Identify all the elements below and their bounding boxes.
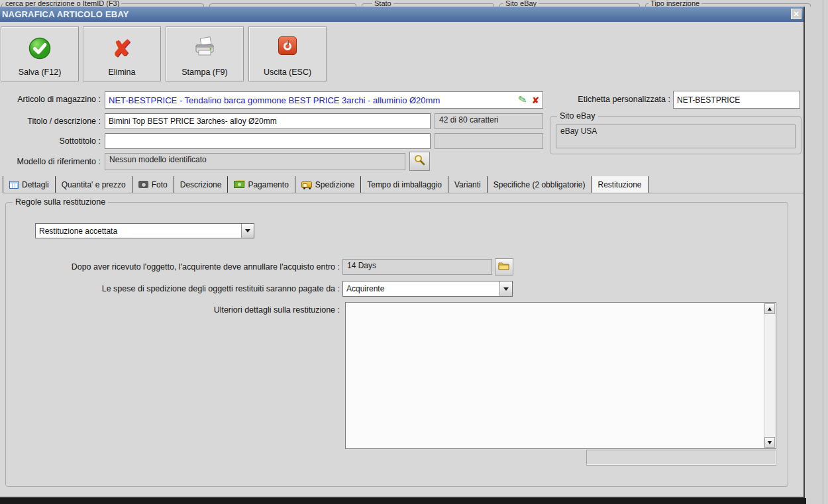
table-icon	[9, 181, 19, 189]
sottotitolo-counter	[435, 133, 543, 149]
tab-quantita-e-prezzo[interactable]: Quantita' e prezzo	[56, 176, 132, 193]
camera-icon	[138, 181, 148, 188]
edit-pencil-icon[interactable]: ✎	[517, 95, 528, 105]
articolo-value: NET-BESTPRICE - Tendalino barca gommone …	[109, 95, 440, 105]
tab-varianti[interactable]: Varianti	[448, 176, 488, 193]
return-rules-groupbox: Regole sulla restituzione Restituzione a…	[5, 202, 788, 487]
return-details-value	[346, 303, 776, 305]
return-paid-by-label: Le spese di spedizione degli oggetti res…	[6, 284, 340, 293]
truck-icon	[301, 181, 312, 188]
tab-pagamento[interactable]: Pagamento	[228, 176, 295, 193]
dialog-title: NAGRAFICA ARTICOLO EBAY	[0, 9, 129, 19]
textarea-scrollbar[interactable]	[764, 303, 775, 448]
tab-label: Dettagli	[22, 180, 49, 189]
print-button[interactable]: Stampa (F9)	[166, 26, 244, 81]
tab-spedizione[interactable]: Spedizione	[295, 176, 361, 193]
etichetta-label: Etichetta personalizzata :	[550, 95, 670, 104]
tab-strip: Dettagli Quantita' e prezzo Foto Descriz…	[3, 176, 803, 193]
return-policy-value: Restituzione accettata	[39, 227, 117, 236]
background-window-strip: cerca per descrizione o ItemID (F3) Stat…	[0, 0, 828, 7]
exit-button[interactable]: Uscita (ESC)	[248, 26, 327, 81]
sito-ebay-legend: Sito eBay	[557, 111, 598, 121]
clear-x-icon[interactable]: ✘	[532, 96, 539, 105]
search-icon	[414, 154, 425, 168]
bg-label-tipo-inserzione: Tipo inserzione	[648, 0, 701, 7]
return-paid-by-value: Acquirente	[346, 284, 384, 293]
modello-label: Modello di riferimento :	[0, 157, 101, 166]
tab-label: Pagamento	[248, 180, 288, 189]
chevron-down-icon[interactable]	[241, 224, 254, 238]
folder-icon	[498, 261, 510, 273]
return-rules-legend: Regole sulla restituzione	[13, 197, 108, 207]
background-divider-line	[823, 0, 823, 504]
titolo-input[interactable]: Bimini Top BEST PRICE 3arches- alloy Ø20…	[105, 113, 431, 129]
red-x-icon: ✘	[83, 36, 160, 60]
tab-label: Descrizione	[180, 180, 222, 189]
return-details-textarea[interactable]	[345, 302, 776, 449]
save-button[interactable]: Salva (F12)	[1, 26, 79, 81]
delete-button-label: Elimina	[109, 68, 136, 77]
tab-label: Tempo di imballaggio	[367, 180, 442, 189]
titolo-label: Titolo / descrizione :	[0, 117, 101, 126]
scroll-up-icon[interactable]	[764, 303, 775, 314]
sottotitolo-input[interactable]	[105, 133, 431, 149]
exit-button-label: Uscita (ESC)	[264, 68, 311, 77]
return-within-label: Dopo aver ricevuto l'oggetto, l'acquiren…	[6, 262, 340, 272]
print-button-label: Stampa (F9)	[181, 68, 227, 77]
return-policy-select[interactable]: Restituzione accettata	[35, 223, 254, 238]
titolo-value: Bimini Top BEST PRICE 3arches- alloy Ø20…	[109, 117, 277, 126]
tab-restituzione[interactable]: Restituzione	[592, 176, 648, 193]
check-circle-icon	[1, 36, 78, 60]
titolo-counter: 42 di 80 caratteri	[435, 113, 543, 129]
printer-icon	[166, 36, 243, 60]
articolo-field[interactable]: NET-BESTPRICE - Tendalino barca gommone …	[105, 91, 543, 109]
dialog-bottom-shadow	[0, 498, 806, 504]
tab-foto[interactable]: Foto	[132, 176, 174, 193]
bg-label-stato: Stato	[372, 0, 393, 7]
etichetta-input[interactable]: NET-BESTPRICE	[673, 91, 800, 109]
bg-label-sito-ebay: Sito eBay	[503, 0, 539, 7]
delete-button[interactable]: ✘ Elimina	[83, 26, 161, 81]
return-within-picker-button[interactable]	[495, 258, 513, 276]
sito-ebay-groupbox: Sito eBay eBay USA	[550, 116, 802, 154]
return-paid-by-select[interactable]: Acquirente	[342, 281, 513, 297]
etichetta-value: NET-BESTPRICE	[677, 95, 740, 105]
chevron-down-icon[interactable]	[499, 281, 512, 296]
tab-label: Varianti	[454, 180, 481, 189]
scroll-down-icon[interactable]	[764, 437, 775, 448]
save-button-label: Salva (F12)	[19, 68, 62, 77]
tab-specifiche[interactable]: Specifiche (2 obbligatorie)	[488, 176, 592, 193]
return-details-label: Ulteriori dettagli sulla restituzione :	[6, 305, 340, 315]
tab-label: Foto	[152, 180, 168, 189]
tab-dettagli[interactable]: Dettagli	[3, 176, 56, 193]
close-button[interactable]: ✕	[791, 9, 802, 19]
articolo-label: Articolo di magazzino :	[0, 95, 101, 104]
sottotitolo-label: Sottotitolo :	[0, 136, 101, 146]
return-within-field: 14 Days	[342, 259, 492, 275]
tab-label: Spedizione	[315, 180, 354, 189]
return-footer-field	[586, 450, 776, 466]
power-icon	[249, 36, 326, 55]
money-icon	[234, 181, 244, 188]
ebay-article-dialog: NAGRAFICA ARTICOLO EBAY ✕ Salva (F12) ✘ …	[0, 7, 805, 498]
dialog-titlebar[interactable]: NAGRAFICA ARTICOLO EBAY ✕	[0, 7, 803, 22]
model-search-button[interactable]	[409, 152, 430, 171]
tab-descrizione[interactable]: Descrizione	[174, 176, 229, 193]
tab-label: Specifiche (2 obbligatorie)	[493, 180, 586, 189]
tab-tempo-di-imballaggio[interactable]: Tempo di imballaggio	[361, 176, 448, 193]
bg-label-search: cerca per descrizione o ItemID (F3)	[3, 0, 121, 7]
modello-field: Nessun modello identificato	[105, 153, 405, 170]
sito-ebay-field: eBay USA	[556, 125, 796, 148]
tab-label: Restituzione	[597, 180, 641, 189]
tab-label: Quantita' e prezzo	[62, 180, 126, 189]
